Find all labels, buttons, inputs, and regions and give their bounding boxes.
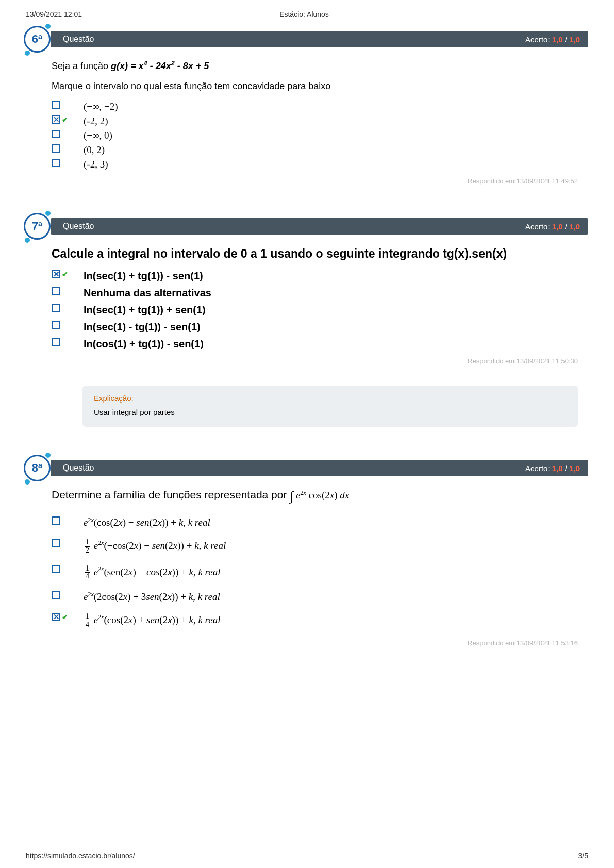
option-text: (-2, 2) <box>84 115 108 127</box>
option-text: (−∞, −2) <box>84 101 118 112</box>
check-icon: ✔ <box>62 115 68 124</box>
option-text: ln(sec(1) - tg(1)) - sen(1) <box>84 321 201 333</box>
option[interactable]: ln(sec(1) - tg(1)) - sen(1) <box>52 321 578 333</box>
checkbox-icon[interactable] <box>52 159 60 167</box>
options-list: e2x(cos(2x) − sen(2x)) + k, k real 12 e2… <box>52 516 578 629</box>
function-expression: g(x) = x4 - 24x2 - 8x + 5 <box>111 61 209 71</box>
option[interactable]: (−∞, 0) <box>52 130 578 141</box>
checkbox-icon[interactable] <box>52 287 60 295</box>
option[interactable]: e2x(2cos(2x) + 3sen(2x)) + k, k real <box>52 591 578 603</box>
option[interactable]: Nenhuma das alternativas <box>52 287 578 299</box>
question-prompt: Calcule a integral no intervalo de 0 a 1… <box>52 247 578 261</box>
question-8: 8ª Questão Acerto: 1,0 / 1,0 Determine a… <box>26 458 588 647</box>
question-7: 7ª Questão Acerto: 1,0 / 1,0 Calcule a i… <box>26 216 588 427</box>
question-bar: Questão Acerto: 1,0 / 1,0 <box>51 31 588 47</box>
option-text: (-2, 3) <box>84 159 108 170</box>
option-text: ln(sec(1) + tg(1)) - sen(1) <box>84 270 203 282</box>
responded-at: Respondido em 13/09/2021 11:50:30 <box>52 357 578 365</box>
option[interactable]: (0, 2) <box>52 144 578 156</box>
checkbox-icon[interactable] <box>52 591 60 599</box>
score-label: Acerto: 1,0 / 1,0 <box>525 35 580 44</box>
score-label: Acerto: 1,0 / 1,0 <box>525 222 580 231</box>
question-bar-label: Questão <box>63 35 94 44</box>
responded-at: Respondido em 13/09/2021 11:49:52 <box>52 177 578 185</box>
checkbox-x-icon[interactable] <box>52 115 60 124</box>
option-text: e2x(cos(2x) − sen(2x)) + k, k real <box>84 516 210 528</box>
option[interactable]: ln(cos(1) + tg(1)) - sen(1) <box>52 338 578 350</box>
print-timestamp: 13/09/2021 12:01 <box>26 10 82 19</box>
checkbox-icon[interactable] <box>52 539 60 547</box>
checkbox-x-icon[interactable] <box>52 270 60 278</box>
option-text: (−∞, 0) <box>84 130 112 141</box>
checkbox-icon[interactable] <box>52 516 60 525</box>
responded-at: Respondido em 13/09/2021 11:53:16 <box>52 639 578 647</box>
integral-expression: ∫ e2x cos(2x) dx <box>290 490 349 500</box>
question-bar-label: Questão <box>63 222 94 231</box>
score-label: Acerto: 1,0 / 1,0 <box>525 464 580 473</box>
checkbox-icon[interactable] <box>52 304 60 312</box>
option[interactable]: ✔ 14 e2x(cos(2x) + sen(2x)) + k, k real <box>52 613 578 628</box>
checkbox-x-icon[interactable] <box>52 613 60 621</box>
checkbox-icon[interactable] <box>52 321 60 329</box>
option[interactable]: 12 e2x(−cos(2x) − sen(2x)) + k, k real <box>52 539 578 554</box>
option[interactable]: e2x(cos(2x) − sen(2x)) + k, k real <box>52 516 578 528</box>
question-number-badge: 8ª <box>24 455 51 481</box>
option-text: 14 e2x(sen(2x) − cos(2x)) + k, k real <box>84 565 220 580</box>
page-header: 13/09/2021 12:01 Estácio: Alunos <box>26 10 588 19</box>
check-icon: ✔ <box>62 270 68 278</box>
checkbox-icon[interactable] <box>52 338 60 346</box>
option-text: ln(sec(1) + tg(1)) + sen(1) <box>84 304 206 316</box>
options-list: ✔ ln(sec(1) + tg(1)) - sen(1) Nenhuma da… <box>52 270 578 350</box>
option[interactable]: 14 e2x(sen(2x) − cos(2x)) + k, k real <box>52 565 578 580</box>
checkbox-icon[interactable] <box>52 565 60 573</box>
question-prompt-2: Marque o intervalo no qual esta função t… <box>52 81 578 92</box>
question-number-badge: 7ª <box>24 213 51 240</box>
option-text: ln(cos(1) + tg(1)) - sen(1) <box>84 338 204 350</box>
explanation-body: Usar integral por partes <box>94 408 567 416</box>
checkbox-icon[interactable] <box>52 101 60 109</box>
checkbox-icon[interactable] <box>52 130 60 138</box>
option[interactable]: ✔ ln(sec(1) + tg(1)) - sen(1) <box>52 270 578 282</box>
option-text: (0, 2) <box>84 144 105 156</box>
doc-title: Estácio: Alunos <box>279 10 329 19</box>
option-text: e2x(2cos(2x) + 3sen(2x)) + k, k real <box>84 591 220 603</box>
option[interactable]: (-2, 3) <box>52 159 578 170</box>
question-bar-label: Questão <box>63 463 94 473</box>
option-text: Nenhuma das alternativas <box>84 287 211 299</box>
explanation-box: Explicação: Usar integral por partes <box>82 386 578 427</box>
checkbox-icon[interactable] <box>52 144 60 153</box>
question-bar: Questão Acerto: 1,0 / 1,0 <box>51 218 588 235</box>
explanation-title: Explicação: <box>94 394 567 403</box>
option[interactable]: ✔ (-2, 2) <box>52 115 578 127</box>
question-prompt: Seja a função g(x) = x4 - 24x2 - 8x + 5 <box>52 60 578 72</box>
option[interactable]: (−∞, −2) <box>52 101 578 112</box>
question-number-badge: 6ª <box>24 26 51 53</box>
options-list: (−∞, −2) ✔ (-2, 2) (−∞, 0) (0, 2) (-2, 3… <box>52 101 578 170</box>
check-icon: ✔ <box>62 613 68 621</box>
option-text: 12 e2x(−cos(2x) − sen(2x)) + k, k real <box>84 539 226 554</box>
question-6: 6ª Questão Acerto: 1,0 / 1,0 Seja a funç… <box>26 29 588 185</box>
question-prompt: Determine a família de funções represent… <box>52 489 578 504</box>
option[interactable]: ln(sec(1) + tg(1)) + sen(1) <box>52 304 578 316</box>
question-bar: Questão Acerto: 1,0 / 1,0 <box>51 460 588 476</box>
option-text: 14 e2x(cos(2x) + sen(2x)) + k, k real <box>84 613 220 628</box>
